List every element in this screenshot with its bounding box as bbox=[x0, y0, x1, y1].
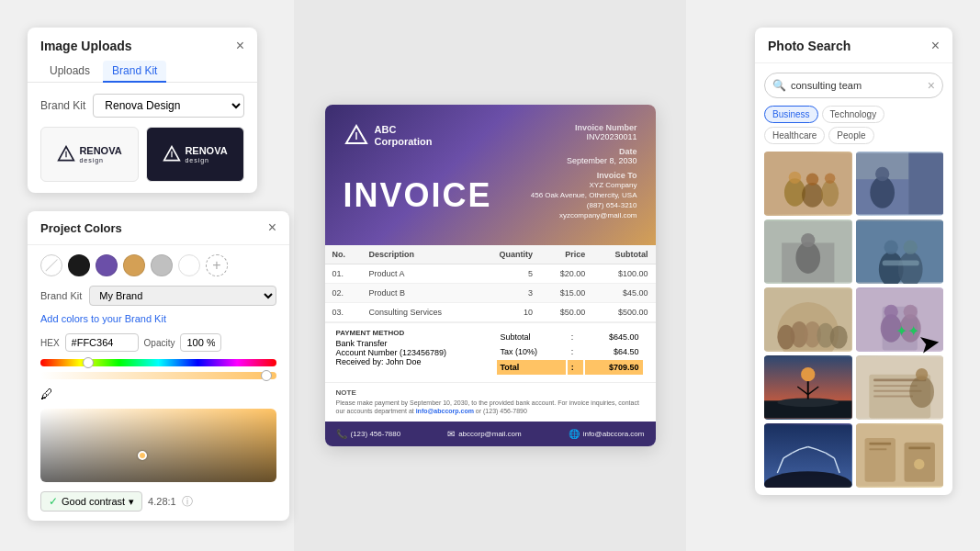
photo-item-3[interactable] bbox=[764, 219, 852, 284]
payment-totals-row: PAYMENT METHOD Bank Transfer Account Num… bbox=[325, 322, 656, 382]
row-3-price: $50.00 bbox=[540, 302, 592, 321]
photo-item-2[interactable] bbox=[856, 152, 944, 216]
photo-item-1[interactable] bbox=[764, 152, 852, 216]
row-2-desc: Product B bbox=[362, 283, 477, 302]
filter-people[interactable]: People bbox=[828, 127, 873, 144]
swatch-white[interactable] bbox=[178, 254, 200, 276]
total-colon: : bbox=[568, 360, 583, 375]
invoice-company-name: ABCCorporation bbox=[375, 124, 433, 148]
tax-row: Tax (10%) : $64.50 bbox=[497, 345, 643, 358]
logo-item-2[interactable]: RENOVA design bbox=[146, 127, 244, 182]
photo-search-input[interactable] bbox=[791, 80, 923, 91]
contrast-value: 4.28:1 bbox=[148, 496, 176, 507]
swatch-purple[interactable] bbox=[96, 254, 118, 276]
invoice-date-value: September 8, 2030 bbox=[531, 156, 637, 165]
invoice-table-section: No. Description Quantity Price Subtotal … bbox=[325, 245, 656, 322]
row-3-desc: Consulting Services bbox=[362, 302, 477, 321]
photo-item-4[interactable] bbox=[856, 219, 944, 284]
photo-svg-7 bbox=[764, 355, 852, 420]
table-header-no: No. bbox=[325, 245, 362, 264]
opacity-slider[interactable] bbox=[40, 372, 276, 379]
contrast-info-icon[interactable]: ⓘ bbox=[182, 494, 193, 510]
svg-point-11 bbox=[806, 174, 818, 186]
contrast-badge[interactable]: ✓ Good contrast ▾ bbox=[40, 491, 142, 512]
table-header-subtotal: Subtotal bbox=[592, 245, 655, 264]
svg-rect-15 bbox=[908, 153, 943, 215]
search-icon: 🔍 bbox=[772, 79, 786, 92]
hex-input[interactable] bbox=[65, 333, 139, 352]
footer-phone: (123) 456-7880 bbox=[351, 430, 401, 438]
project-colors-title: Project Colors bbox=[40, 221, 122, 235]
photo-item-7[interactable] bbox=[764, 355, 852, 420]
tab-uploads[interactable]: Uploads bbox=[40, 61, 99, 83]
swatch-gold[interactable] bbox=[123, 254, 145, 276]
filter-technology[interactable]: Technology bbox=[822, 106, 885, 123]
invoice-company-logo-icon bbox=[344, 123, 369, 149]
clear-search-button[interactable]: × bbox=[928, 78, 935, 93]
renova-logo-icon-1 bbox=[57, 145, 75, 163]
photo-item-10[interactable] bbox=[856, 423, 944, 488]
image-uploads-close-button[interactable]: × bbox=[236, 39, 244, 53]
swatch-gray[interactable] bbox=[151, 254, 173, 276]
opacity-input[interactable] bbox=[180, 333, 221, 352]
svg-rect-71 bbox=[908, 446, 930, 449]
totals-section: Subtotal : $645.00 Tax (10%) : $64.50 To… bbox=[495, 329, 645, 377]
row-2-no: 02. bbox=[325, 283, 362, 302]
svg-point-72 bbox=[914, 459, 924, 469]
eyedropper-row: 🖊 bbox=[40, 387, 276, 401]
add-swatch-button[interactable]: + bbox=[206, 254, 228, 276]
photo-search-panel: Photo Search × 🔍 × Business Technology H… bbox=[755, 28, 952, 495]
tax-label: Tax (10%) bbox=[497, 345, 566, 358]
envelope-icon: ✉ bbox=[447, 429, 455, 439]
invoice-logo-area: ABCCorporation bbox=[344, 123, 492, 149]
project-colors-close-button[interactable]: × bbox=[268, 220, 276, 235]
color-gradient-box[interactable] bbox=[40, 409, 276, 482]
hue-slider-thumb[interactable] bbox=[83, 357, 94, 368]
logo-grid: RENOVA design RENOVA design bbox=[40, 127, 244, 182]
filter-business[interactable]: Business bbox=[764, 106, 818, 123]
filter-healthcare[interactable]: Healthcare bbox=[764, 127, 825, 144]
project-colors-panel: Project Colors × + Brand Kit My Brand Ad… bbox=[28, 211, 289, 521]
table-header-price: Price bbox=[540, 245, 592, 264]
photo-item-5[interactable] bbox=[764, 287, 852, 352]
eyedropper-button[interactable]: 🖊 bbox=[40, 387, 53, 401]
row-1-qty: 5 bbox=[477, 264, 540, 283]
photo-svg-10 bbox=[856, 423, 944, 488]
hue-slider[interactable] bbox=[40, 359, 276, 366]
logo-item-1[interactable]: RENOVA design bbox=[40, 127, 139, 182]
swatch-transparent[interactable] bbox=[40, 254, 62, 276]
gradient-handle[interactable] bbox=[138, 451, 147, 460]
svg-point-10 bbox=[789, 172, 801, 184]
total-row: Total : $709.50 bbox=[497, 360, 643, 375]
footer-email2-item: 🌐 info@abccora.com bbox=[569, 429, 645, 439]
svg-point-21 bbox=[801, 233, 815, 247]
subtotal-value: $645.00 bbox=[585, 331, 643, 343]
row-2-qty: 3 bbox=[477, 283, 540, 302]
svg-point-26 bbox=[903, 241, 917, 254]
row-1-desc: Product A bbox=[362, 264, 477, 283]
tax-colon: : bbox=[568, 345, 583, 358]
add-colors-link[interactable]: Add colors to your Brand Kit bbox=[40, 313, 276, 324]
footer-email: abccorp@mail.com bbox=[458, 430, 522, 438]
invoice-card: ABCCorporation INVOICE Invoice Number IN… bbox=[325, 105, 656, 446]
photo-search-close-button[interactable]: × bbox=[931, 39, 940, 53]
brand-kit-label: Brand Kit bbox=[40, 99, 85, 112]
pc-brand-kit-select[interactable]: My Brand bbox=[89, 286, 276, 306]
row-3-subtotal: $500.00 bbox=[592, 302, 655, 321]
color-gradient-overlay bbox=[40, 409, 276, 482]
footer-email2: info@abccora.com bbox=[583, 430, 645, 438]
photo-item-9[interactable] bbox=[764, 423, 852, 488]
photo-item-8[interactable] bbox=[856, 355, 944, 420]
received-by: Received by: John Doe bbox=[336, 357, 486, 366]
tab-brand-kit[interactable]: Brand Kit bbox=[103, 61, 166, 83]
brand-kit-select[interactable]: Renova Design bbox=[93, 94, 244, 118]
logo-sub-2: design bbox=[185, 157, 227, 163]
photo-svg-4 bbox=[856, 219, 944, 284]
invoice-header: ABCCorporation INVOICE Invoice Number IN… bbox=[325, 105, 656, 245]
swatch-black[interactable] bbox=[68, 254, 90, 276]
photo-search-bar[interactable]: 🔍 × bbox=[764, 73, 943, 98]
opacity-slider-thumb[interactable] bbox=[261, 370, 272, 381]
svg-point-17 bbox=[875, 167, 889, 181]
image-uploads-panel: Image Uploads × Uploads Brand Kit Brand … bbox=[28, 28, 257, 193]
logo-name-1: RENOVA bbox=[79, 145, 121, 156]
